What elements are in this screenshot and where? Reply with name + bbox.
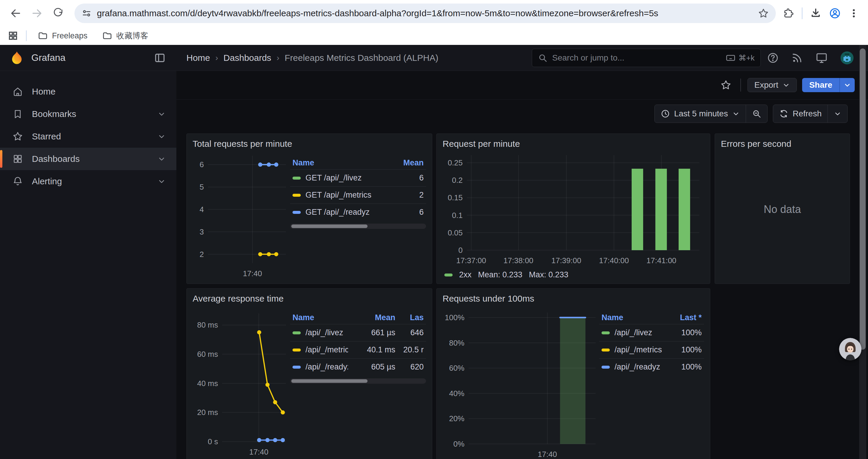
series-color-swatch[interactable] [292, 211, 301, 214]
legend-series-name[interactable]: /api/_/livez [306, 328, 348, 337]
profile-icon[interactable] [829, 7, 841, 19]
forward-icon[interactable] [28, 4, 46, 23]
chevron-down-icon[interactable] [157, 155, 166, 163]
panel-title[interactable]: Requests under 100ms [442, 292, 704, 305]
chart-total-requests-per-minute[interactable]: 2345617:40 [193, 150, 290, 277]
chevron-down-icon [782, 81, 790, 89]
scrollbar-thumb[interactable] [291, 225, 368, 228]
legend-col-name[interactable]: Name [601, 313, 663, 322]
bookmark-star-icon[interactable] [758, 8, 769, 19]
series-color-swatch[interactable] [292, 366, 301, 369]
series-color-swatch[interactable] [292, 349, 301, 352]
legend-series-name[interactable]: GET /api/_/livez [306, 173, 385, 183]
panel-title[interactable]: Request per minute [442, 137, 704, 150]
scrollbar-thumb[interactable] [860, 48, 866, 350]
panel-title[interactable]: Total requests per minute [193, 137, 426, 150]
legend-series-name[interactable]: /api/_/readyz [615, 362, 663, 371]
legend-series-name[interactable]: GET /api/_/readyz [306, 208, 385, 217]
news-icon[interactable] [791, 52, 803, 64]
chart-average-response-time[interactable]: 0 s20 ms40 ms60 ms80 ms17:40 [193, 305, 290, 459]
chevron-down-icon[interactable] [157, 110, 166, 118]
scrollbar-thumb[interactable] [291, 379, 368, 383]
browser-menu-icon[interactable] [848, 8, 859, 19]
series-color-swatch[interactable] [292, 194, 301, 197]
refresh-interval-arrow[interactable] [828, 105, 847, 123]
svg-text:17:41:00: 17:41:00 [646, 256, 676, 265]
display-icon[interactable] [815, 52, 828, 64]
search-input[interactable] [552, 53, 721, 63]
breadcrumb-home[interactable]: Home [186, 53, 210, 63]
help-icon[interactable] [767, 52, 779, 64]
legend-series-name[interactable]: /api/_/metrics [615, 345, 663, 355]
brand-name[interactable]: Grafana [31, 52, 66, 63]
legend-series-name[interactable]: /api/_/livez [615, 328, 663, 337]
chart-request-per-minute[interactable]: 00.050.10.150.20.2517:37:0017:38:0017:39… [442, 150, 705, 268]
downloads-icon[interactable] [810, 8, 821, 19]
legend-col-mean[interactable]: Mean [348, 313, 395, 322]
legend-series-name[interactable]: /api/_/metrics [306, 345, 348, 355]
legend-col-mean[interactable]: Mean [385, 158, 424, 167]
breadcrumb-dashboards[interactable]: Dashboards [223, 53, 271, 63]
share-button-main[interactable]: Share [802, 78, 839, 92]
chart-requests-under-100ms[interactable]: 0%20%40%60%80%100%17:40 [442, 305, 599, 459]
user-avatar[interactable] [840, 51, 854, 65]
series-color-swatch[interactable] [601, 331, 610, 334]
series-color-swatch[interactable] [601, 366, 610, 369]
extensions-icon[interactable] [783, 8, 794, 19]
sidebar-item-dashboards[interactable]: Dashboards [0, 148, 176, 170]
chevron-down-icon[interactable] [157, 177, 166, 186]
sidebar-item-alerting[interactable]: Alerting [0, 170, 176, 193]
legend-scrollbar[interactable] [290, 224, 426, 229]
panel-title[interactable]: Average response time [193, 292, 426, 305]
site-settings-icon[interactable] [82, 8, 92, 18]
assistant-avatar[interactable] [839, 338, 862, 360]
legend-header: Name Mean [290, 156, 426, 169]
svg-text:80 ms: 80 ms [197, 321, 218, 329]
export-button[interactable]: Export [747, 78, 797, 92]
url-text[interactable]: grafana.mathmast.com/d/deytv4rwavabkb/fr… [97, 8, 753, 18]
chevron-down-icon[interactable] [157, 132, 166, 140]
refresh-button[interactable]: Refresh [773, 105, 828, 123]
legend-col-last[interactable]: Last * [663, 313, 702, 322]
time-range-picker[interactable]: Last 5 minutes [655, 105, 746, 123]
legend-series-name[interactable]: /api/_/readyz [306, 362, 348, 371]
svg-text:6: 6 [200, 160, 204, 169]
legend-series-last: 20.5 r [395, 345, 424, 355]
apps-grid-icon[interactable] [8, 30, 18, 41]
legend-inline: 2xx Mean: 0.233 Max: 0.233 [442, 270, 704, 280]
svg-text:2: 2 [200, 250, 204, 259]
reload-icon[interactable] [49, 4, 67, 23]
legend-col-last[interactable]: Las [395, 313, 424, 322]
bookmark-folder-freeleaps[interactable]: Freeleaps [34, 29, 91, 42]
bookmark-label: Freeleaps [52, 31, 88, 40]
legend-scrollbar[interactable] [290, 379, 426, 384]
legend-series-name[interactable]: GET /api/_/metrics [306, 191, 385, 200]
svg-text:17:39:00: 17:39:00 [551, 256, 581, 265]
search-box[interactable]: ⌘+k [532, 49, 761, 67]
series-color-swatch[interactable] [601, 349, 610, 352]
series-color-swatch[interactable] [292, 331, 301, 334]
legend-col-name[interactable]: Name [292, 313, 348, 322]
zoom-out-button[interactable] [746, 105, 767, 123]
sidebar-item-bookmarks[interactable]: Bookmarks [0, 103, 176, 125]
breadcrumb-separator: › [215, 53, 218, 63]
url-bar[interactable]: grafana.mathmast.com/d/deytv4rwavabkb/fr… [74, 4, 776, 23]
refresh-icon [779, 109, 788, 119]
bookmark-folder-blogs[interactable]: 收藏博客 [99, 29, 152, 43]
share-menu-arrow[interactable] [839, 78, 855, 92]
legend-series-mean: 2 [385, 191, 424, 200]
sidebar-item-starred[interactable]: Starred [0, 125, 176, 148]
legend-series-last: 100% [663, 328, 702, 337]
favorite-star-icon[interactable] [718, 78, 734, 92]
page-scrollbar[interactable] [859, 45, 866, 459]
series-color-swatch[interactable] [444, 273, 453, 276]
legend-series-name[interactable]: 2xx [459, 270, 471, 280]
panel-title[interactable]: Errors per second [721, 137, 844, 150]
legend-col-name[interactable]: Name [292, 158, 385, 167]
sidebar-item-home[interactable]: Home [0, 80, 176, 103]
series-color-swatch[interactable] [292, 177, 301, 179]
svg-text:40%: 40% [449, 389, 464, 398]
dock-menu-icon[interactable] [154, 52, 166, 64]
grafana-logo-icon[interactable] [9, 51, 24, 65]
back-icon[interactable] [6, 4, 25, 23]
